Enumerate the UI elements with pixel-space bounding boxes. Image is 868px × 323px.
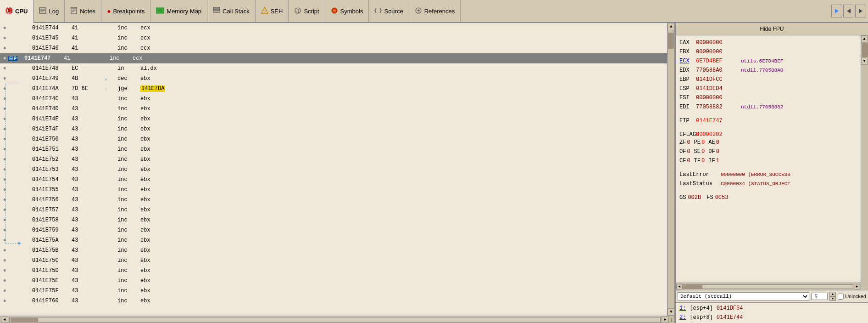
- flag-tf-val[interactable]: 0: [701, 158, 705, 164]
- flag-zf-val[interactable]: 0: [687, 139, 690, 146]
- reg-hscroll-knob[interactable]: [684, 285, 702, 289]
- disasm-row[interactable]: ●0141E75043incebx: [0, 134, 667, 144]
- tab-script[interactable]: {} Script: [289, 0, 325, 22]
- flag-if-val[interactable]: 1: [716, 158, 719, 164]
- notes-icon: [70, 7, 78, 16]
- tab-source[interactable]: Source: [369, 0, 409, 22]
- hscroll-track[interactable]: [9, 317, 661, 323]
- vscroll-up-button[interactable]: ▲: [668, 23, 674, 30]
- nav-next-button[interactable]: [855, 5, 866, 17]
- stack-item-1-label[interactable]: 1:: [679, 304, 686, 313]
- tab-symbols[interactable]: Symbols: [325, 0, 369, 22]
- reg-hscroll-right[interactable]: ►: [854, 284, 860, 289]
- flag-of: OF 0: [679, 148, 690, 155]
- disasm-row[interactable]: ●0141E7494B↙decebx: [0, 74, 667, 84]
- svg-rect-1: [8, 9, 11, 12]
- hscroll-knob[interactable]: [11, 318, 38, 323]
- tab-notes[interactable]: Notes: [65, 0, 101, 22]
- tab-seh[interactable]: ! SEH: [256, 0, 289, 22]
- nav-forward-button[interactable]: [831, 5, 842, 17]
- calling-conv-row: Default (stdcall) ▲ ▼ Unlocked: [676, 290, 868, 303]
- disasm-row[interactable]: ●0141E75F43incebx: [0, 286, 667, 296]
- disasm-row[interactable]: ●0141E75E43incebx: [0, 276, 667, 286]
- disasm-mnemonic: inc: [116, 187, 139, 193]
- reg-hscroll-left[interactable]: ◄: [676, 284, 683, 289]
- disasm-hex: 43: [72, 207, 105, 213]
- disasm-row[interactable]: ●0141E74A7D 6E↓jge141E7BA: [0, 84, 667, 94]
- tab-callstack[interactable]: Call Stack: [207, 0, 256, 22]
- disasm-row[interactable]: ●0141E75D43incebx: [0, 266, 667, 276]
- vscroll-down-button[interactable]: ▼: [668, 308, 674, 316]
- disasm-row[interactable]: ●0141E748ECinal,dx: [0, 63, 667, 74]
- disasm-row[interactable]: ●0141E74C43incebx: [0, 94, 667, 104]
- disasm-row[interactable]: ●0141E75343incebx: [0, 164, 667, 175]
- reg-vscroll-track[interactable]: [861, 43, 868, 57]
- reg-vscroll-up[interactable]: ▲: [861, 35, 868, 43]
- tab-memmap[interactable]: Memory Map: [150, 0, 207, 22]
- disasm-row[interactable]: ●0141E75943incebx: [0, 225, 667, 235]
- disasm-row[interactable]: ●0141E74F43incebx: [0, 124, 667, 134]
- tab-log[interactable]: Log: [33, 0, 65, 22]
- disasm-row[interactable]: ●0141E75543incebx: [0, 185, 667, 195]
- vscroll-track[interactable]: [668, 30, 674, 308]
- disasm-row[interactable]: ●0141E74E43incebx: [0, 114, 667, 124]
- disasm-vscroll[interactable]: ▲ ▼: [667, 23, 674, 316]
- stack-item-1: 1: [esp+4] 0141DF54: [679, 304, 864, 313]
- flag-if: IF 1: [708, 158, 719, 164]
- calling-conv-select[interactable]: Default (stdcall): [678, 292, 809, 300]
- unlocked-checkbox[interactable]: [838, 294, 844, 300]
- disasm-row[interactable]: ●0141E75843incebx: [0, 215, 667, 225]
- hscroll-left-button[interactable]: ◄: [1, 317, 8, 323]
- reg-value-eip: 0141E747: [696, 116, 737, 125]
- disasm-row[interactable]: ●EIP→0141E74741incecx: [0, 53, 667, 63]
- disasm-row[interactable]: ●0141E75243incebx: [0, 154, 667, 164]
- hide-fpu-button[interactable]: Hide FPU: [676, 23, 868, 35]
- hscroll-right-button[interactable]: ►: [662, 317, 669, 323]
- disasm-row[interactable]: ●0141E75B43incebx: [0, 245, 667, 255]
- disasm-addr: 0141E746: [32, 45, 72, 51]
- reg-divider-1: [679, 112, 864, 116]
- laststatus-label: LastStatus: [679, 181, 721, 187]
- disasm-scroll-area: ●0141E74441incecx●0141E74541incecx●0141E…: [0, 23, 674, 316]
- flag-cf-val[interactable]: 0: [687, 158, 690, 164]
- stack-count-input[interactable]: [811, 293, 828, 300]
- reg-vscroll[interactable]: ▲ ▼: [861, 35, 868, 290]
- disasm-row[interactable]: ●0141E75443incebx: [0, 175, 667, 185]
- disasm-row[interactable]: ●0141E75743incebx: [0, 205, 667, 215]
- flag-pe-val[interactable]: 0: [701, 139, 705, 146]
- disasm-row[interactable]: ●0141E74541incecx: [0, 33, 667, 43]
- disasm-row[interactable]: ●0141E75A43incebx: [0, 235, 667, 245]
- reg-vscroll-down[interactable]: ▼: [861, 57, 868, 65]
- disasm-hex: 43: [72, 187, 105, 193]
- disasm-hex: 43: [72, 257, 105, 264]
- flag-df-val[interactable]: 0: [716, 148, 719, 155]
- tab-cpu[interactable]: CPU: [0, 0, 33, 23]
- reg-name-ecx[interactable]: ECX: [679, 57, 696, 66]
- disasm-row[interactable]: ●0141E75643incebx: [0, 195, 667, 205]
- disasm-row[interactable]: ●0141E74D43incebx: [0, 104, 667, 114]
- reg-vscroll-knob[interactable]: [862, 43, 868, 57]
- tab-references[interactable]: References: [409, 0, 461, 22]
- reg-hscroll-track[interactable]: [683, 284, 853, 289]
- stack-count-up[interactable]: ▲: [829, 292, 836, 296]
- reg-name-ebp: EBP: [679, 75, 696, 84]
- nav-back-button[interactable]: [843, 5, 854, 17]
- disasm-row[interactable]: ●0141E74441incecx: [0, 23, 667, 33]
- disasm-row[interactable]: ●0141E75143incebx: [0, 144, 667, 154]
- stack-item-2-label[interactable]: 2:: [679, 313, 686, 322]
- disasm-addr: 0141E74A: [32, 85, 72, 92]
- disasm-addr: 0141E755: [32, 187, 72, 193]
- disasm-row[interactable]: ●0141E74641incecx: [0, 43, 667, 53]
- disasm-row[interactable]: ●0141E75C43incebx: [0, 255, 667, 266]
- flag-of-name: OF: [679, 148, 686, 155]
- disasm-addr: 0141E748: [32, 65, 72, 72]
- vscroll-knob[interactable]: [668, 33, 674, 49]
- tab-breakpoints[interactable]: ● Breakpoints: [101, 0, 150, 22]
- flag-of-val[interactable]: 0: [687, 148, 690, 155]
- disasm-row[interactable]: ●0141E76043incebx: [0, 296, 667, 306]
- stack-count-down[interactable]: ▼: [829, 296, 836, 301]
- flag-ae-val[interactable]: 0: [716, 139, 719, 146]
- main-content: ●0141E74441incecx●0141E74541incecx●0141E…: [0, 23, 868, 323]
- flag-se-val[interactable]: 0: [701, 148, 705, 155]
- disasm-operand: ecx: [139, 25, 667, 31]
